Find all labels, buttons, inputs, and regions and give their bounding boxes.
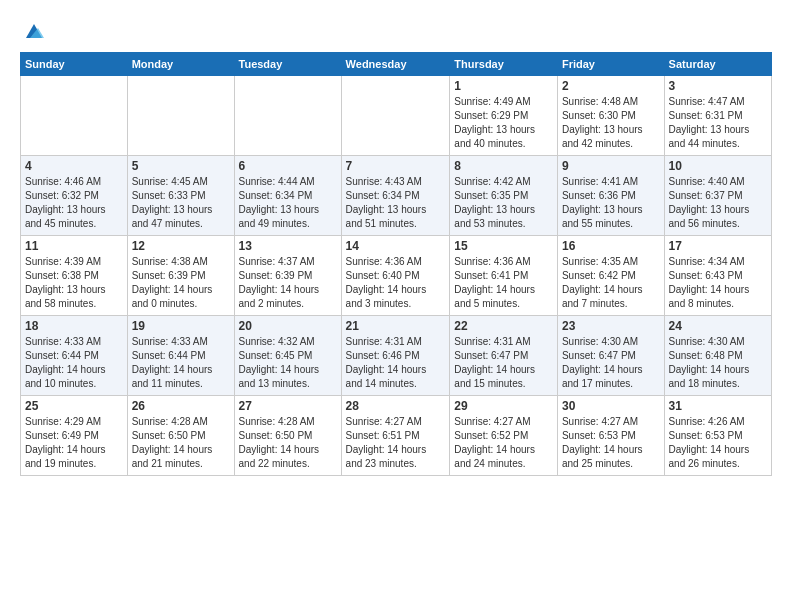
week-row-4: 18Sunrise: 4:33 AM Sunset: 6:44 PM Dayli… [21,316,772,396]
day-number: 31 [669,399,767,413]
day-number: 27 [239,399,337,413]
day-cell: 12Sunrise: 4:38 AM Sunset: 6:39 PM Dayli… [127,236,234,316]
day-cell: 8Sunrise: 4:42 AM Sunset: 6:35 PM Daylig… [450,156,558,236]
day-number: 18 [25,319,123,333]
day-info: Sunrise: 4:30 AM Sunset: 6:48 PM Dayligh… [669,335,767,391]
day-number: 6 [239,159,337,173]
day-cell: 13Sunrise: 4:37 AM Sunset: 6:39 PM Dayli… [234,236,341,316]
day-info: Sunrise: 4:37 AM Sunset: 6:39 PM Dayligh… [239,255,337,311]
day-cell [127,76,234,156]
day-number: 1 [454,79,553,93]
weekday-thursday: Thursday [450,53,558,76]
day-cell: 22Sunrise: 4:31 AM Sunset: 6:47 PM Dayli… [450,316,558,396]
day-cell: 14Sunrise: 4:36 AM Sunset: 6:40 PM Dayli… [341,236,450,316]
day-info: Sunrise: 4:36 AM Sunset: 6:41 PM Dayligh… [454,255,553,311]
day-cell [21,76,128,156]
day-cell: 26Sunrise: 4:28 AM Sunset: 6:50 PM Dayli… [127,396,234,476]
day-cell: 28Sunrise: 4:27 AM Sunset: 6:51 PM Dayli… [341,396,450,476]
day-cell: 17Sunrise: 4:34 AM Sunset: 6:43 PM Dayli… [664,236,771,316]
day-cell: 3Sunrise: 4:47 AM Sunset: 6:31 PM Daylig… [664,76,771,156]
day-info: Sunrise: 4:27 AM Sunset: 6:53 PM Dayligh… [562,415,660,471]
day-cell: 16Sunrise: 4:35 AM Sunset: 6:42 PM Dayli… [557,236,664,316]
day-number: 2 [562,79,660,93]
logo [20,20,46,40]
header [20,20,772,40]
day-number: 23 [562,319,660,333]
page: SundayMondayTuesdayWednesdayThursdayFrid… [0,0,792,612]
day-cell: 11Sunrise: 4:39 AM Sunset: 6:38 PM Dayli… [21,236,128,316]
day-info: Sunrise: 4:33 AM Sunset: 6:44 PM Dayligh… [25,335,123,391]
day-number: 11 [25,239,123,253]
day-number: 16 [562,239,660,253]
weekday-monday: Monday [127,53,234,76]
day-info: Sunrise: 4:34 AM Sunset: 6:43 PM Dayligh… [669,255,767,311]
day-cell: 19Sunrise: 4:33 AM Sunset: 6:44 PM Dayli… [127,316,234,396]
week-row-1: 1Sunrise: 4:49 AM Sunset: 6:29 PM Daylig… [21,76,772,156]
day-number: 8 [454,159,553,173]
day-number: 19 [132,319,230,333]
day-cell: 23Sunrise: 4:30 AM Sunset: 6:47 PM Dayli… [557,316,664,396]
day-number: 22 [454,319,553,333]
day-info: Sunrise: 4:44 AM Sunset: 6:34 PM Dayligh… [239,175,337,231]
weekday-tuesday: Tuesday [234,53,341,76]
weekday-sunday: Sunday [21,53,128,76]
day-info: Sunrise: 4:49 AM Sunset: 6:29 PM Dayligh… [454,95,553,151]
day-number: 24 [669,319,767,333]
day-cell: 6Sunrise: 4:44 AM Sunset: 6:34 PM Daylig… [234,156,341,236]
week-row-3: 11Sunrise: 4:39 AM Sunset: 6:38 PM Dayli… [21,236,772,316]
day-number: 21 [346,319,446,333]
day-cell: 21Sunrise: 4:31 AM Sunset: 6:46 PM Dayli… [341,316,450,396]
day-info: Sunrise: 4:43 AM Sunset: 6:34 PM Dayligh… [346,175,446,231]
day-info: Sunrise: 4:36 AM Sunset: 6:40 PM Dayligh… [346,255,446,311]
day-info: Sunrise: 4:35 AM Sunset: 6:42 PM Dayligh… [562,255,660,311]
weekday-header-row: SundayMondayTuesdayWednesdayThursdayFrid… [21,53,772,76]
day-info: Sunrise: 4:31 AM Sunset: 6:47 PM Dayligh… [454,335,553,391]
day-info: Sunrise: 4:42 AM Sunset: 6:35 PM Dayligh… [454,175,553,231]
day-info: Sunrise: 4:30 AM Sunset: 6:47 PM Dayligh… [562,335,660,391]
day-info: Sunrise: 4:28 AM Sunset: 6:50 PM Dayligh… [132,415,230,471]
day-cell: 2Sunrise: 4:48 AM Sunset: 6:30 PM Daylig… [557,76,664,156]
day-number: 7 [346,159,446,173]
day-info: Sunrise: 4:33 AM Sunset: 6:44 PM Dayligh… [132,335,230,391]
day-number: 9 [562,159,660,173]
day-info: Sunrise: 4:41 AM Sunset: 6:36 PM Dayligh… [562,175,660,231]
day-info: Sunrise: 4:26 AM Sunset: 6:53 PM Dayligh… [669,415,767,471]
day-info: Sunrise: 4:29 AM Sunset: 6:49 PM Dayligh… [25,415,123,471]
day-cell: 24Sunrise: 4:30 AM Sunset: 6:48 PM Dayli… [664,316,771,396]
day-cell: 29Sunrise: 4:27 AM Sunset: 6:52 PM Dayli… [450,396,558,476]
day-number: 26 [132,399,230,413]
day-cell: 9Sunrise: 4:41 AM Sunset: 6:36 PM Daylig… [557,156,664,236]
day-info: Sunrise: 4:31 AM Sunset: 6:46 PM Dayligh… [346,335,446,391]
weekday-wednesday: Wednesday [341,53,450,76]
day-number: 4 [25,159,123,173]
day-cell: 18Sunrise: 4:33 AM Sunset: 6:44 PM Dayli… [21,316,128,396]
day-info: Sunrise: 4:27 AM Sunset: 6:51 PM Dayligh… [346,415,446,471]
week-row-5: 25Sunrise: 4:29 AM Sunset: 6:49 PM Dayli… [21,396,772,476]
day-number: 17 [669,239,767,253]
day-cell: 30Sunrise: 4:27 AM Sunset: 6:53 PM Dayli… [557,396,664,476]
day-number: 28 [346,399,446,413]
day-number: 13 [239,239,337,253]
day-number: 20 [239,319,337,333]
day-number: 15 [454,239,553,253]
day-cell [341,76,450,156]
day-number: 29 [454,399,553,413]
day-number: 12 [132,239,230,253]
day-number: 5 [132,159,230,173]
day-info: Sunrise: 4:38 AM Sunset: 6:39 PM Dayligh… [132,255,230,311]
day-cell: 10Sunrise: 4:40 AM Sunset: 6:37 PM Dayli… [664,156,771,236]
day-number: 25 [25,399,123,413]
day-number: 3 [669,79,767,93]
day-info: Sunrise: 4:45 AM Sunset: 6:33 PM Dayligh… [132,175,230,231]
day-cell: 5Sunrise: 4:45 AM Sunset: 6:33 PM Daylig… [127,156,234,236]
day-number: 10 [669,159,767,173]
day-info: Sunrise: 4:46 AM Sunset: 6:32 PM Dayligh… [25,175,123,231]
day-info: Sunrise: 4:48 AM Sunset: 6:30 PM Dayligh… [562,95,660,151]
day-cell: 15Sunrise: 4:36 AM Sunset: 6:41 PM Dayli… [450,236,558,316]
week-row-2: 4Sunrise: 4:46 AM Sunset: 6:32 PM Daylig… [21,156,772,236]
day-info: Sunrise: 4:32 AM Sunset: 6:45 PM Dayligh… [239,335,337,391]
calendar: SundayMondayTuesdayWednesdayThursdayFrid… [20,52,772,476]
day-info: Sunrise: 4:39 AM Sunset: 6:38 PM Dayligh… [25,255,123,311]
day-info: Sunrise: 4:40 AM Sunset: 6:37 PM Dayligh… [669,175,767,231]
day-number: 14 [346,239,446,253]
